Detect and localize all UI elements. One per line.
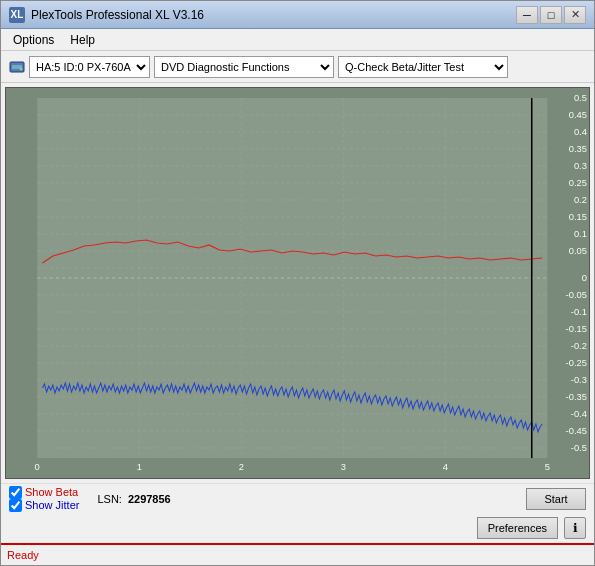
- window-controls: ─ □ ✕: [516, 6, 586, 24]
- show-jitter-label[interactable]: Show Jitter: [9, 499, 79, 512]
- svg-text:5: 5: [545, 462, 550, 472]
- menu-help[interactable]: Help: [62, 31, 103, 49]
- window-title: PlexTools Professional XL V3.16: [31, 8, 204, 22]
- svg-text:-0.05: -0.05: [566, 290, 587, 300]
- svg-text:0.1: 0.1: [574, 229, 587, 239]
- svg-text:0.3: 0.3: [574, 161, 587, 171]
- svg-text:-0.35: -0.35: [566, 392, 587, 402]
- checkbox-group: Show Beta Show Jitter: [9, 486, 79, 512]
- svg-text:-0.15: -0.15: [566, 324, 587, 334]
- svg-text:0.2: 0.2: [574, 195, 587, 205]
- close-button[interactable]: ✕: [564, 6, 586, 24]
- info-button[interactable]: ℹ: [564, 517, 586, 539]
- menu-bar: Options Help: [1, 29, 594, 51]
- lsn-label: LSN:: [97, 493, 121, 505]
- svg-text:0.05: 0.05: [569, 246, 587, 256]
- chart-area: High Low: [5, 87, 590, 479]
- menu-options[interactable]: Options: [5, 31, 62, 49]
- bottom-controls-row1: Show Beta Show Jitter LSN: 2297856 Start: [1, 483, 594, 513]
- show-beta-checkbox[interactable]: [9, 486, 22, 499]
- status-bar: Ready: [1, 543, 594, 565]
- svg-text:0.15: 0.15: [569, 212, 587, 222]
- svg-text:0.4: 0.4: [574, 127, 587, 137]
- svg-text:0: 0: [35, 462, 40, 472]
- svg-text:4: 4: [443, 462, 448, 472]
- svg-text:0.25: 0.25: [569, 178, 587, 188]
- svg-text:1: 1: [137, 462, 142, 472]
- svg-text:3: 3: [341, 462, 346, 472]
- app-icon: XL: [9, 7, 25, 23]
- status-text: Ready: [7, 549, 39, 561]
- preferences-button[interactable]: Preferences: [477, 517, 558, 539]
- svg-text:-0.5: -0.5: [571, 443, 587, 453]
- drive-selector-group: HA:5 ID:0 PX-760A: [7, 56, 150, 78]
- chart-svg: 0.5 0.45 0.4 0.35 0.3 0.25 0.2 0.15 0.1 …: [6, 88, 589, 478]
- svg-point-2: [20, 67, 23, 70]
- start-button[interactable]: Start: [526, 488, 586, 510]
- svg-text:-0.4: -0.4: [571, 409, 587, 419]
- main-window: XL PlexTools Professional XL V3.16 ─ □ ✕…: [0, 0, 595, 566]
- drive-icon: [7, 57, 27, 77]
- svg-text:0: 0: [582, 273, 587, 283]
- show-beta-label[interactable]: Show Beta: [9, 486, 79, 499]
- title-bar-left: XL PlexTools Professional XL V3.16: [9, 7, 204, 23]
- svg-text:-0.1: -0.1: [571, 307, 587, 317]
- lsn-value: 2297856: [128, 493, 171, 505]
- minimize-button[interactable]: ─: [516, 6, 538, 24]
- svg-text:0.45: 0.45: [569, 110, 587, 120]
- test-select[interactable]: Q-Check Beta/Jitter Test: [338, 56, 508, 78]
- maximize-button[interactable]: □: [540, 6, 562, 24]
- lsn-section: LSN: 2297856: [97, 493, 170, 505]
- svg-text:0.5: 0.5: [574, 93, 587, 103]
- bottom-controls-row2: Preferences ℹ: [1, 513, 594, 543]
- svg-text:2: 2: [239, 462, 244, 472]
- show-jitter-checkbox[interactable]: [9, 499, 22, 512]
- toolbar: HA:5 ID:0 PX-760A DVD Diagnostic Functio…: [1, 51, 594, 83]
- function-select[interactable]: DVD Diagnostic Functions: [154, 56, 334, 78]
- svg-text:-0.3: -0.3: [571, 375, 587, 385]
- title-bar: XL PlexTools Professional XL V3.16 ─ □ ✕: [1, 1, 594, 29]
- svg-text:0.35: 0.35: [569, 144, 587, 154]
- svg-text:-0.25: -0.25: [566, 358, 587, 368]
- svg-text:-0.45: -0.45: [566, 426, 587, 436]
- svg-text:-0.2: -0.2: [571, 341, 587, 351]
- info-icon: ℹ: [573, 521, 578, 535]
- drive-select[interactable]: HA:5 ID:0 PX-760A: [29, 56, 150, 78]
